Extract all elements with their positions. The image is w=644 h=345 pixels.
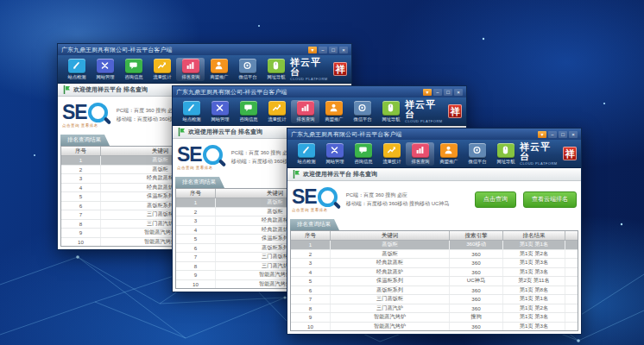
- table-cell: 5: [291, 277, 331, 285]
- header-keyword: 关键词: [331, 231, 450, 240]
- skin-button[interactable]: ▾: [538, 131, 546, 138]
- toolbar-item-wechat-platform[interactable]: 微信平台: [348, 100, 376, 123]
- toolbar-item-message[interactable]: 咨询信息: [349, 142, 377, 166]
- maximize-button[interactable]: □: [329, 47, 338, 53]
- site-manage-icon: [326, 143, 344, 158]
- table-row[interactable]: 8三门蒸汽炉360第1页 第2名: [291, 304, 578, 314]
- table-cell: 经典款蒸柜: [331, 259, 450, 267]
- query-button[interactable]: 点击查询: [475, 191, 516, 208]
- table-cell: 第2页 第11名: [503, 277, 565, 285]
- toolbar-item-label: 微信平台: [468, 159, 486, 165]
- maximize-button[interactable]: □: [444, 89, 452, 96]
- toolbar-item-site-check[interactable]: 站点检测: [292, 142, 320, 166]
- toolbar-item-promotion[interactable]: 商盟推广: [434, 142, 463, 166]
- toolbar-item-ranking-query[interactable]: 排名查询: [176, 58, 205, 81]
- toolbar-item-ranking-query[interactable]: 排名查询: [406, 142, 434, 166]
- seo-tagline: 点击查询 查看排名: [292, 208, 328, 212]
- window-title: 广东九鼎王厨具有限公司-祥云平台客户端: [291, 130, 538, 139]
- magnifier-icon: [203, 145, 223, 165]
- flag-icon: [63, 85, 70, 94]
- table-row[interactable]: 7三门蒸饭柜360第1页 第1名: [291, 295, 578, 304]
- view-cloud-ranking-button[interactable]: 查看云端排名: [523, 191, 577, 208]
- message-icon: [240, 101, 257, 116]
- toolbar-item-message[interactable]: 咨询信息: [234, 100, 262, 123]
- toolbar-item-label: 排名查询: [296, 116, 314, 122]
- minimize-button[interactable]: −: [548, 131, 557, 138]
- toolbar-item-site-check[interactable]: 站点检测: [62, 58, 91, 81]
- search-engine-info: PC端：百度 360 搜狗 必应 移动端：百度移动 360移动 搜狗移动 UC神…: [346, 191, 450, 208]
- table-row[interactable]: 4经典款蒸炉360第1页 第3名: [291, 268, 578, 278]
- brand-seal-icon: 祥: [563, 147, 577, 160]
- maximize-button[interactable]: □: [559, 131, 567, 138]
- table-row[interactable]: 6蒸饭柜系列360第1页 第8名: [291, 286, 578, 296]
- toolbar-item-promotion[interactable]: 商盟推广: [205, 58, 233, 81]
- brand-subtitle: CLOUD PLATFORM: [290, 78, 331, 81]
- toolbar-item-wechat-platform[interactable]: 微信平台: [233, 58, 262, 81]
- table-cell: 360: [450, 286, 503, 295]
- table-row[interactable]: 1蒸饭柜360移动第1页 第1名: [291, 241, 578, 250]
- table-cell: 三门蒸饭柜: [331, 295, 450, 304]
- toolbar-item-ranking-query[interactable]: 排名查询: [291, 100, 319, 123]
- skin-button[interactable]: ▾: [308, 47, 317, 53]
- brand-name: 祥云平台: [405, 100, 445, 119]
- brand-name: 祥云平台: [520, 142, 560, 161]
- toolbar-item-traffic-stats[interactable]: 流量统计: [148, 58, 176, 81]
- toolbar-item-site-manage[interactable]: 网站管理: [205, 100, 234, 123]
- toolbar-item-site-check[interactable]: 站点检测: [177, 100, 205, 123]
- table-cell: 3: [291, 259, 331, 267]
- toolbar-item-nav-mouse[interactable]: 网址导航: [376, 100, 405, 123]
- table-row[interactable]: 5保温柜系列UC神马第2页 第11名: [291, 277, 578, 286]
- scrollbar-gutter: [565, 277, 578, 285]
- brand-logo: 祥云平台 CLOUD PLATFORM 祥: [290, 58, 347, 81]
- toolbar-item-message[interactable]: 咨询信息: [119, 58, 148, 81]
- scrollbar-gutter[interactable]: [565, 231, 578, 240]
- toolbar-item-label: 站点检测: [67, 74, 85, 80]
- tab-ranking-results[interactable]: 排名查询结果: [290, 219, 339, 230]
- scrollbar-gutter: [565, 323, 578, 331]
- table-cell: 360: [450, 323, 503, 331]
- toolbar-item-label: 排名查询: [181, 74, 199, 80]
- table-cell: 10: [61, 238, 101, 247]
- desktop-background: 广东九鼎王厨具有限公司-祥云平台客户端 ▾ − □ × 站点检测网站管理咨询信息…: [0, 0, 644, 345]
- brand-logo: 祥云平台 CLOUD PLATFORM 祥: [405, 100, 462, 123]
- toolbar-item-site-manage[interactable]: 网站管理: [320, 142, 349, 166]
- toolbar-item-nav-mouse[interactable]: 网址导航: [491, 142, 520, 166]
- tab-ranking-results[interactable]: 排名查询结果: [175, 177, 224, 188]
- minimize-button[interactable]: −: [433, 89, 442, 96]
- table-row[interactable]: 9智能蒸汽烤炉搜狗第1页 第3名: [291, 313, 578, 323]
- toolbar-item-label: 网址导航: [267, 74, 285, 80]
- table-row[interactable]: 10智能蒸汽烤炉360第1页 第3名: [291, 323, 578, 331]
- site-check-icon: [68, 59, 85, 73]
- window-titlebar[interactable]: 广东九鼎王厨具有限公司-祥云平台客户端 ▾ − □ ×: [58, 44, 351, 55]
- window-titlebar[interactable]: 广东九鼎王厨具有限公司-祥云平台客户端 ▾ − □ ×: [173, 86, 466, 97]
- toolbar-item-site-manage[interactable]: 网站管理: [91, 58, 119, 81]
- toolbar-item-promotion[interactable]: 商盟推广: [319, 100, 348, 123]
- toolbar-item-label: 网址导航: [496, 159, 515, 165]
- ranking-query-icon: [412, 143, 429, 158]
- header-index: 序号: [61, 147, 101, 155]
- table-row[interactable]: 3经典款蒸柜360第1页 第3名: [291, 259, 578, 268]
- wechat-platform-icon: [239, 59, 256, 73]
- close-button[interactable]: ×: [569, 131, 578, 138]
- mobile-engines-line: 移动端：百度移动 360移动 搜狗移动 UC神马: [346, 199, 450, 208]
- seo-tagline: 点击查询 查看排名: [177, 166, 213, 170]
- brand-logo: 祥云平台 CLOUD PLATFORM 祥: [520, 142, 577, 166]
- close-button[interactable]: ×: [339, 47, 348, 53]
- table-cell: 智能蒸汽烤炉: [331, 313, 450, 322]
- tab-ranking-results[interactable]: 排名查询结果: [60, 135, 110, 146]
- table-cell: 第1页 第1名: [503, 295, 565, 304]
- toolbar-item-nav-mouse[interactable]: 网址导航: [262, 58, 290, 81]
- close-button[interactable]: ×: [454, 89, 463, 96]
- table-cell: 保温柜系列: [331, 277, 450, 285]
- message-icon: [125, 59, 142, 73]
- toolbar-item-traffic-stats[interactable]: 流量统计: [377, 142, 406, 166]
- header-index: 序号: [176, 189, 216, 198]
- table-cell: 6: [176, 244, 216, 253]
- toolbar-item-wechat-platform[interactable]: 微信平台: [463, 142, 491, 166]
- toolbar-item-traffic-stats[interactable]: 流量统计: [262, 100, 291, 123]
- seo-logo: SE 点击查询 查看排名: [177, 145, 223, 170]
- window-titlebar[interactable]: 广东九鼎王厨具有限公司-祥云平台客户端 ▾ − □ ×: [287, 129, 581, 140]
- skin-button[interactable]: ▾: [423, 89, 432, 96]
- minimize-button[interactable]: −: [319, 47, 327, 53]
- table-row[interactable]: 2蒸饭柜360第1页 第2名: [291, 250, 578, 260]
